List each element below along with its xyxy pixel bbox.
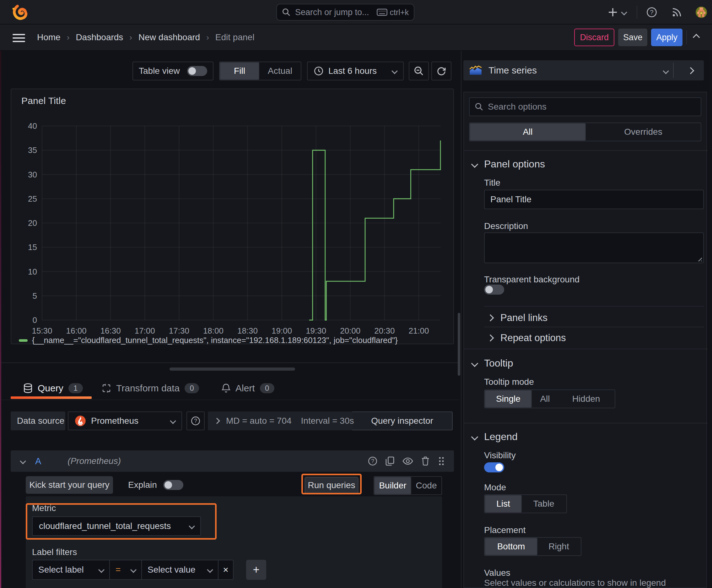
top-navigation-bar: Search or jump to... ctrl+k ? <box>0 0 712 24</box>
discard-button[interactable]: Discard <box>574 28 614 46</box>
query-help-icon[interactable]: ? <box>368 456 377 466</box>
actual-option[interactable]: Actual <box>259 62 301 80</box>
panel-links-expand-icon <box>487 314 494 322</box>
tooltip-mode-group: Single All Hidden <box>484 390 615 408</box>
table-view-toggle[interactable]: Table view <box>132 62 214 80</box>
apply-button[interactable]: Apply <box>651 28 683 46</box>
svg-text:25: 25 <box>28 194 37 204</box>
builder-mode-option[interactable]: Builder <box>374 477 411 495</box>
repeat-options-section[interactable]: Repeat options <box>488 332 566 344</box>
user-avatar[interactable] <box>694 0 709 24</box>
breadcrumb-new-dashboard[interactable]: New dashboard <box>138 33 200 42</box>
code-mode-option[interactable]: Code <box>411 477 441 495</box>
legend-series-label[interactable]: {__name__="cloudflared_tunnel_total_requ… <box>32 335 398 345</box>
svg-text:20:30: 20:30 <box>374 326 395 335</box>
kick-start-query-button[interactable]: Kick start your query <box>26 476 113 494</box>
legend-list-option[interactable]: List <box>485 495 522 512</box>
placement-right-option[interactable]: Right <box>537 538 580 555</box>
remove-filter-button[interactable]: × <box>218 560 233 579</box>
tooltip-section-header[interactable]: Tooltip <box>472 357 513 369</box>
zoom-out-button[interactable] <box>409 62 429 80</box>
tab-query-count-badge: 1 <box>68 383 83 393</box>
tooltip-all-option[interactable]: All <box>532 390 558 408</box>
breadcrumb-home[interactable]: Home <box>37 33 61 42</box>
fill-option[interactable]: Fill <box>220 62 259 80</box>
svg-text:19:00: 19:00 <box>272 326 292 335</box>
svg-text:21:00: 21:00 <box>408 326 429 335</box>
duplicate-query-icon[interactable] <box>386 456 394 466</box>
tab-alert-label: Alert <box>235 383 255 394</box>
svg-text:?: ? <box>371 458 374 464</box>
toggle-visibility-icon[interactable] <box>403 457 413 465</box>
tooltip-hidden-option[interactable]: Hidden <box>558 390 614 408</box>
breadcrumb-separator-icon: › <box>67 33 70 42</box>
panel-description-textarea[interactable] <box>484 232 704 263</box>
query-toolbar-row: Kick start your query Explain Run querie… <box>26 476 454 495</box>
options-tab-overrides[interactable]: Overrides <box>586 123 701 141</box>
add-new-icon[interactable] <box>605 0 621 24</box>
add-filter-button[interactable]: + <box>246 560 266 580</box>
edit-pane-scrollbar[interactable] <box>458 313 460 376</box>
datasource-picker[interactable]: Prometheus <box>68 412 182 430</box>
panel-options-title: Panel options <box>484 158 545 170</box>
table-view-switch[interactable] <box>187 66 207 76</box>
operator-dropdown[interactable]: = <box>109 560 141 579</box>
breadcrumb-dashboards[interactable]: Dashboards <box>75 33 123 42</box>
pane-divider[interactable] <box>461 51 461 588</box>
label-filters-label: Label filters <box>32 547 77 557</box>
chart-legend[interactable]: {__name__="cloudflared_tunnel_total_requ… <box>19 335 398 345</box>
textarea-resize-icon[interactable] <box>696 256 702 261</box>
placement-bottom-option[interactable]: Bottom <box>485 538 537 555</box>
query-ref-id[interactable]: A <box>35 456 41 466</box>
collapse-viz-panel-icon[interactable] <box>688 65 693 76</box>
database-icon <box>23 383 33 393</box>
tooltip-single-option[interactable]: Single <box>485 390 532 408</box>
pane-split-line <box>0 362 459 363</box>
legend-visibility-switch[interactable] <box>484 462 504 472</box>
visualization-picker[interactable]: Time series <box>463 60 704 80</box>
select-label-dropdown[interactable]: Select label <box>33 560 109 579</box>
delete-query-icon[interactable] <box>421 456 429 466</box>
datasource-help-button[interactable]: ? <box>187 412 205 430</box>
svg-text:35: 35 <box>28 145 37 155</box>
save-button[interactable]: Save <box>618 28 648 46</box>
select-value-dropdown[interactable]: Select value <box>141 560 218 579</box>
panel-links-section[interactable]: Panel links <box>488 312 547 323</box>
query-collapse-icon[interactable] <box>20 458 26 464</box>
news-rss-icon[interactable] <box>671 0 683 24</box>
query-inspector-button[interactable]: Query inspector <box>352 412 453 430</box>
add-new-chevron-icon[interactable] <box>620 0 628 24</box>
transparent-background-switch[interactable] <box>484 285 504 295</box>
time-range-picker[interactable]: Last 6 hours <box>307 62 404 80</box>
query-row-header[interactable]: A (Prometheus) ? <box>11 450 454 472</box>
legend-values-hint: Select values or calculations to show in… <box>484 578 666 588</box>
svg-text:20:00: 20:00 <box>340 326 360 335</box>
panel-title-input[interactable] <box>484 190 704 209</box>
tab-alert[interactable]: Alert 0 <box>222 377 274 400</box>
collapse-options-icon[interactable] <box>691 35 702 40</box>
search-input[interactable]: Search or jump to... ctrl+k <box>276 4 414 21</box>
options-tab-all[interactable]: All <box>470 123 586 141</box>
query-row-actions: ? <box>368 450 445 472</box>
resize-drag-handle[interactable] <box>170 368 295 371</box>
legend-table-option[interactable]: Table <box>522 495 566 512</box>
explain-switch[interactable] <box>163 480 184 490</box>
legend-section-header[interactable]: Legend <box>472 431 518 443</box>
query-options-summary[interactable]: MD = auto = 704 Interval = 30s <box>208 412 352 430</box>
grafana-edit-panel-screen: Search or jump to... ctrl+k ? <box>0 0 712 588</box>
datasource-name: Prometheus <box>91 416 166 426</box>
menu-toggle-icon[interactable] <box>13 34 25 42</box>
panel-options-section-header[interactable]: Panel options <box>472 158 545 170</box>
panel-preview[interactable]: Panel Title 051015202530354015:3016:0016… <box>11 89 454 344</box>
svg-text:0: 0 <box>33 315 37 325</box>
grafana-logo-icon[interactable] <box>11 0 28 24</box>
window-edge-strip <box>0 51 1 588</box>
drag-handle-icon[interactable] <box>438 456 445 466</box>
svg-text:5: 5 <box>33 291 37 300</box>
options-search-input[interactable]: Search options <box>469 97 701 116</box>
help-icon[interactable]: ? <box>645 0 658 24</box>
time-series-chart[interactable]: 051015202530354015:3016:0016:3017:0017:3… <box>11 89 453 344</box>
refresh-button[interactable] <box>431 62 451 80</box>
tab-transform-data[interactable]: Transform data 0 <box>102 377 199 400</box>
transparent-background-label: Transparent background <box>484 275 580 285</box>
